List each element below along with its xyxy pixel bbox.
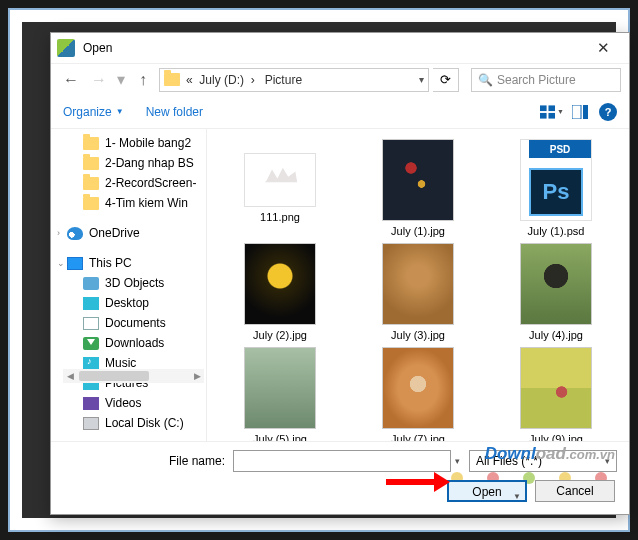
filename-input[interactable] — [233, 450, 451, 472]
folder-icon — [164, 73, 180, 86]
callout-arrow — [386, 472, 450, 492]
sidebar-documents[interactable]: Documents — [51, 313, 204, 333]
svg-rect-1 — [548, 105, 555, 111]
filename-label: File name: — [63, 454, 233, 468]
sidebar-desktop[interactable]: Desktop — [51, 293, 204, 313]
window-title: Open — [83, 41, 583, 55]
file-item[interactable]: July (9).jpg — [489, 347, 623, 441]
thumbnail — [244, 243, 316, 325]
sidebar-folder[interactable]: 4-Tim kiem Win — [51, 193, 204, 213]
chevron-down-icon[interactable]: ▾ — [419, 74, 424, 85]
close-button[interactable]: ✕ — [583, 39, 623, 57]
preview-pane-button[interactable] — [567, 101, 593, 123]
sidebar-localdisk-c[interactable]: Local Disk (C:) — [51, 413, 204, 433]
file-name: July (2).jpg — [253, 329, 307, 341]
view-mode-button[interactable]: ▼ — [539, 101, 565, 123]
file-item[interactable]: July (3).jpg — [351, 243, 485, 341]
svg-rect-4 — [572, 105, 581, 119]
nav-bar: ← → ▾ ↑ « July (D:) › Picture ▾ ⟳ 🔍 Sear… — [51, 63, 629, 95]
file-item[interactable]: July (1).jpg — [351, 139, 485, 237]
new-folder-button[interactable]: New folder — [146, 105, 203, 119]
thumbnail — [244, 347, 316, 429]
file-name: July (7).jpg — [391, 433, 445, 441]
sidebar-videos[interactable]: Videos — [51, 393, 204, 413]
thumbnail — [520, 347, 592, 429]
svg-rect-0 — [540, 105, 547, 111]
search-placeholder: Search Picture — [497, 73, 576, 87]
file-name: July (3).jpg — [391, 329, 445, 341]
chevron-down-icon: ▼ — [513, 487, 521, 507]
file-name: 111.png — [260, 211, 300, 223]
sidebar-scrollbar[interactable]: ◀▶ — [63, 369, 204, 383]
nav-separator: ▾ — [117, 70, 125, 89]
photoshop-icon: Ps — [529, 168, 583, 216]
toolbar: Organize▼ New folder ▼ ? — [51, 95, 629, 129]
file-item[interactable]: PSD Ps July (1).psd — [489, 139, 623, 237]
open-file-dialog: Open ✕ ← → ▾ ↑ « July (D:) › Picture ▾ ⟳… — [50, 32, 630, 515]
search-icon: 🔍 — [478, 73, 493, 87]
svg-rect-3 — [548, 112, 555, 118]
address-bar[interactable]: « July (D:) › Picture ▾ — [159, 68, 429, 92]
file-item[interactable]: July (5).jpg — [213, 347, 347, 441]
sidebar-folder[interactable]: 1- Mobile bang2 — [51, 133, 204, 153]
titlebar: Open ✕ — [51, 33, 629, 63]
open-button[interactable]: Open▼ — [447, 480, 527, 502]
forward-button[interactable]: → — [87, 68, 111, 92]
thumbnail — [520, 243, 592, 325]
thumbnail — [382, 347, 454, 429]
svg-rect-5 — [583, 105, 588, 119]
file-item[interactable]: July (7).jpg — [351, 347, 485, 441]
file-name: July (9).jpg — [529, 433, 583, 441]
organize-button[interactable]: Organize▼ — [63, 105, 124, 119]
thumbnail: PSD Ps — [520, 139, 592, 221]
sidebar-onedrive[interactable]: ›OneDrive — [51, 223, 204, 243]
file-name: July (1).psd — [528, 225, 585, 237]
file-item[interactable]: July (2).jpg — [213, 243, 347, 341]
breadcrumb[interactable]: « July (D:) › Picture — [186, 73, 415, 87]
help-button[interactable]: ? — [599, 103, 617, 121]
sidebar-3dobjects[interactable]: 3D Objects — [51, 273, 204, 293]
file-grid: 111.png July (1).jpg PSD Ps July (1).psd — [207, 129, 629, 441]
sidebar-folder[interactable]: 2-RecordScreen- — [51, 173, 204, 193]
file-item[interactable]: July (4).jpg — [489, 243, 623, 341]
sidebar-downloads[interactable]: Downloads — [51, 333, 204, 353]
dialog-footer: File name: ▾ All Files (*.*)▾ Open▼ — [51, 441, 629, 514]
thumbnail — [382, 243, 454, 325]
thumbnail — [244, 153, 316, 207]
sidebar: 1- Mobile bang2 2-Dang nhap BS 2-RecordS… — [51, 129, 207, 441]
app-icon — [57, 39, 75, 57]
sidebar-thispc[interactable]: ⌄This PC — [51, 253, 204, 273]
file-name: July (1).jpg — [391, 225, 445, 237]
psd-badge: PSD — [529, 140, 591, 158]
refresh-button[interactable]: ⟳ — [433, 68, 459, 92]
cancel-button[interactable]: Cancel — [535, 480, 615, 502]
sidebar-folder[interactable]: 2-Dang nhap BS — [51, 153, 204, 173]
back-button[interactable]: ← — [59, 68, 83, 92]
svg-rect-2 — [540, 112, 547, 118]
file-name: July (5).jpg — [253, 433, 307, 441]
chevron-down-icon[interactable]: ▾ — [451, 456, 463, 466]
thumbnail — [382, 139, 454, 221]
file-name: July (4).jpg — [529, 329, 583, 341]
file-type-filter[interactable]: All Files (*.*)▾ — [469, 450, 617, 472]
search-input[interactable]: 🔍 Search Picture — [471, 68, 621, 92]
file-item[interactable]: 111.png — [213, 139, 347, 237]
up-button[interactable]: ↑ — [131, 68, 155, 92]
